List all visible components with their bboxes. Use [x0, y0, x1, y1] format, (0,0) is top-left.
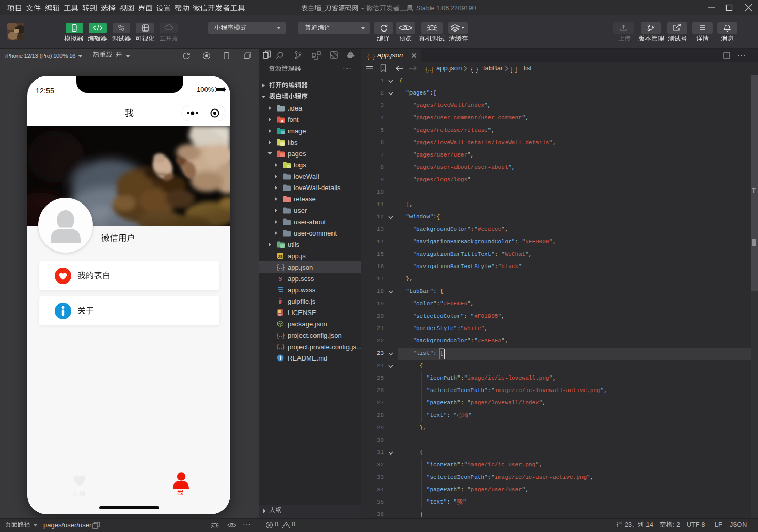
svg-text:[ ]: [ ]	[510, 66, 517, 73]
svg-text:S: S	[279, 275, 282, 282]
svg-text:A: A	[281, 119, 284, 123]
svg-text:{..}: {..}	[277, 343, 285, 350]
svg-text:{..}: {..}	[367, 53, 375, 60]
svg-text:JS: JS	[278, 254, 283, 259]
svg-text:{..}: {..}	[425, 66, 433, 73]
svg-text:{..}: {..}	[277, 332, 285, 339]
svg-text:{..}: {..}	[277, 264, 285, 271]
svg-text:{ }: { }	[471, 66, 478, 73]
